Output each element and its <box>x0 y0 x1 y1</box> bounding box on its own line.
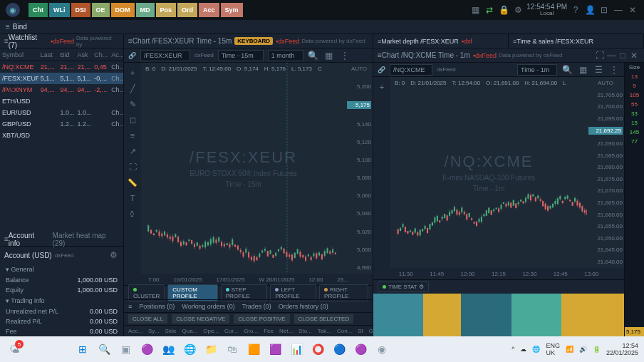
close-btn[interactable]: CLOSE SELECTED <box>294 314 354 324</box>
help-icon[interactable]: ? <box>570 4 581 16</box>
crosshair-icon[interactable]: + <box>376 81 388 93</box>
module-dom[interactable]: DOM <box>111 3 135 17</box>
chart2-plot[interactable]: B: 0D: 21/01/2025T: 12:54:00O: 21,691.00… <box>390 77 587 268</box>
profile-left-profile[interactable]: LEFT PROFILE <box>270 284 316 301</box>
app-icon[interactable]: 📊 <box>288 341 305 358</box>
tab[interactable]: Positions (0) <box>139 303 175 310</box>
timestat-button[interactable]: TIME STAT ⚙ <box>378 281 429 292</box>
teams-icon[interactable]: 👥 <box>160 341 177 358</box>
tab[interactable]: Working orders (0) <box>182 303 234 310</box>
account-tab[interactable]: Account info <box>9 232 47 247</box>
clock-tray[interactable]: 12:5422/01/2025 <box>606 342 638 356</box>
watchlist-row[interactable]: ETH/USD <box>0 95 123 107</box>
app-icon[interactable]: 🟪 <box>266 341 284 358</box>
close-btn[interactable]: CLOSE POSITIVE <box>234 314 289 324</box>
edge-icon[interactable]: 🌐 <box>181 341 198 358</box>
chart1-plot[interactable]: B: 0D: 21/01/2025T: 12:45:00O: 5,174H: 5… <box>141 63 346 274</box>
heatmap-tab[interactable]: Market heat map (29) <box>53 232 119 247</box>
copilot-icon[interactable]: 🟣 <box>138 341 155 358</box>
timeframe-input[interactable] <box>218 50 264 61</box>
watchlist-row[interactable]: GBP/USD1.2...1.2...Ch... <box>0 118 123 130</box>
close-icon[interactable]: ✕ <box>627 4 638 16</box>
close-icon[interactable]: ✕ <box>628 50 640 61</box>
app-icon[interactable]: 🟣 <box>352 341 369 358</box>
watchlist-row[interactable]: /PA:XNYM94,...94,...94,...-2,...Ch... <box>0 84 123 95</box>
close-btn[interactable]: CLOSE ALL <box>128 314 167 324</box>
minimize-icon[interactable]: — <box>606 50 617 61</box>
account-settings-icon[interactable]: ⚙ <box>108 249 119 261</box>
text-icon[interactable]: T <box>127 192 138 204</box>
start-icon[interactable]: ⊞ <box>74 341 91 358</box>
profile-cluster[interactable]: CLUSTER <box>128 284 165 301</box>
tray-chevron-icon[interactable]: ^ <box>511 346 514 353</box>
arrow-icon[interactable]: ↗ <box>127 145 138 157</box>
module-pos[interactable]: Pos <box>156 3 177 17</box>
sync-icon[interactable]: ⇄ <box>484 4 495 16</box>
heat-strip[interactable] <box>373 294 624 336</box>
module-oe[interactable]: OE <box>92 3 110 17</box>
layout-icon[interactable]: ▦ <box>469 4 481 16</box>
fib-icon[interactable]: ≡ <box>127 130 138 141</box>
expand-icon[interactable]: ⛶ <box>594 50 606 61</box>
explorer-icon[interactable]: 📁 <box>202 341 219 358</box>
pencil-icon[interactable]: ✎ <box>127 98 138 110</box>
minimize-icon[interactable]: — <box>613 4 624 16</box>
volume-icon[interactable]: 🔊 <box>579 346 587 353</box>
symbol-input[interactable] <box>140 50 190 61</box>
magnet-icon[interactable]: ⧲ <box>127 208 138 219</box>
settings-icon[interactable]: ⚙ <box>512 4 524 16</box>
watchlist-row[interactable]: /NQ:XCME21,...21,...21,...0,45Ch... <box>0 61 123 73</box>
general-section[interactable]: ▾ General <box>0 264 123 275</box>
battery-icon[interactable]: 🔋 <box>593 346 601 353</box>
search-icon[interactable]: 🔍 <box>561 64 573 76</box>
module-acc[interactable]: Acc <box>199 3 219 17</box>
grid-icon[interactable]: ▦ <box>577 64 588 76</box>
tab[interactable]: Trades (0) <box>242 303 271 310</box>
lang-indicator[interactable]: ENGUK <box>546 342 560 356</box>
module-dsi[interactable]: DSI <box>71 3 90 17</box>
lock-icon[interactable]: 🔒 <box>498 4 509 16</box>
watchlist-row[interactable]: EUR/USD1.0...1.0...Ch... <box>0 107 123 118</box>
watchlist-row[interactable]: /FESX:XEUR5,1...5,1...5,1...-0,...Ch... <box>0 73 123 84</box>
watchlist-title[interactable]: Watchlist (7) <box>9 33 48 49</box>
user-icon[interactable]: 👤 <box>584 4 596 16</box>
wifi-icon[interactable]: 📶 <box>566 346 573 353</box>
close-btn[interactable]: CLOSE NEGATIVE <box>172 314 229 324</box>
module-wli[interactable]: WLi <box>49 3 70 17</box>
weather-icon[interactable]: 🌤5 <box>6 341 23 358</box>
module-md[interactable]: MD <box>136 3 155 17</box>
more-icon[interactable]: ⋮ <box>608 64 620 76</box>
grid-icon[interactable]: ▦ <box>323 50 335 61</box>
link-icon[interactable]: 🔗 <box>128 52 136 59</box>
onedrive-icon[interactable]: ☁ <box>520 346 526 353</box>
profile-right-profile[interactable]: RIGHT PROFILE <box>319 284 368 301</box>
trading-section[interactable]: ▾ Trading info <box>0 295 123 306</box>
list-icon[interactable]: ☰ <box>593 64 604 76</box>
store-icon[interactable]: 🛍 <box>224 341 241 358</box>
taskview-icon[interactable]: ▣ <box>117 341 134 358</box>
network-icon[interactable]: 🌐 <box>532 346 540 353</box>
app-icon[interactable]: 🔵 <box>331 341 348 358</box>
bind-label[interactable]: Bind <box>13 23 27 31</box>
search-icon[interactable]: 🔍 <box>308 50 319 61</box>
module-sym[interactable]: Sym <box>221 3 243 17</box>
window-icon[interactable]: ⊡ <box>598 4 610 16</box>
link-icon[interactable]: 🔗 <box>378 66 385 73</box>
range-input[interactable] <box>268 50 303 61</box>
maximize-icon[interactable]: □ <box>617 50 628 61</box>
account-name[interactable]: Account (USD) <box>4 252 52 259</box>
ruler-icon[interactable]: 📏 <box>127 177 138 188</box>
module-cht[interactable]: Cht <box>28 3 48 17</box>
crosshair-icon[interactable]: + <box>127 67 138 78</box>
watchlist-row[interactable]: XBT/USD <box>0 130 123 141</box>
module-ord[interactable]: Ord <box>177 3 197 17</box>
trend-icon[interactable]: ╱ <box>127 83 138 94</box>
chrome-icon[interactable]: ⭕ <box>309 341 326 358</box>
expand-icon[interactable]: ⛶ <box>127 161 138 172</box>
profile-custom-profile[interactable]: CUSTOM PROFILE <box>167 284 217 301</box>
shapes-icon[interactable]: ◻ <box>127 114 138 125</box>
more-icon[interactable]: ⋮ <box>339 50 350 61</box>
tab[interactable]: Orders history (0) <box>279 303 328 310</box>
search-icon[interactable]: 🔍 <box>95 341 113 358</box>
dxtrade-icon[interactable]: ◉ <box>373 341 390 358</box>
